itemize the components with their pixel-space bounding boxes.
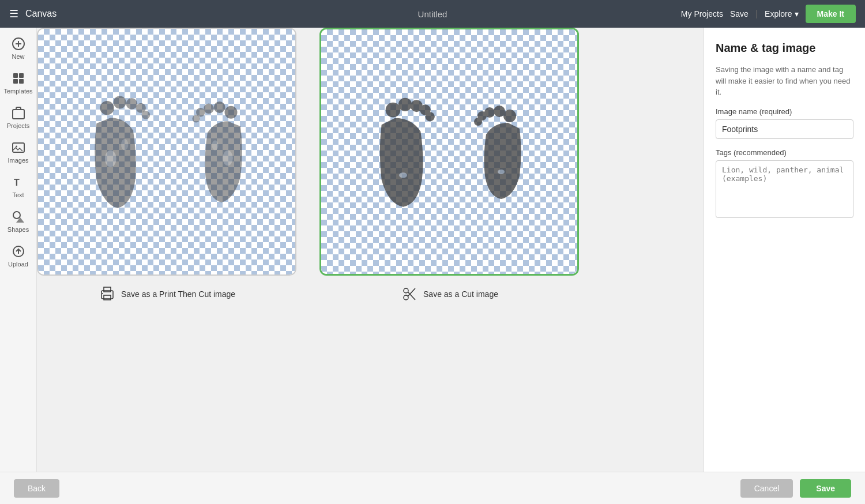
- sidebar-item-new-label: New: [12, 53, 24, 60]
- svg-text:T: T: [14, 178, 20, 187]
- document-title[interactable]: Untitled: [418, 9, 447, 19]
- sidebar-item-text-label: Text: [12, 191, 24, 198]
- image-name-label: Image name (required): [716, 107, 853, 116]
- upload-icon: [12, 245, 25, 258]
- cancel-button[interactable]: Cancel: [740, 479, 793, 498]
- app-header: ☰ Canvas Untitled My Projects Save | Exp…: [0, 0, 865, 28]
- sidebar-item-projects[interactable]: Projects: [0, 101, 36, 134]
- tags-input[interactable]: [716, 160, 853, 218]
- sidebar-item-new[interactable]: New: [0, 32, 36, 65]
- hamburger-menu-icon[interactable]: ☰: [9, 7, 18, 20]
- text-icon: T: [12, 175, 25, 189]
- svg-line-46: [408, 292, 416, 300]
- cut-image-option[interactable]: Save as a Cut image: [319, 28, 579, 303]
- print-icon: [98, 285, 116, 303]
- right-panel: Name & tag image Saving the image with a…: [704, 28, 865, 472]
- app-name: Canvas: [25, 9, 57, 19]
- panel-description: Saving the image with a name and tag wil…: [716, 64, 853, 98]
- cut-image-preview[interactable]: [319, 28, 579, 276]
- svg-point-33: [398, 98, 412, 111]
- header-divider: |: [755, 9, 758, 19]
- sidebar-item-upload-label: Upload: [8, 261, 28, 268]
- svg-point-20: [121, 139, 128, 151]
- sidebar-item-templates-label: Templates: [3, 88, 32, 95]
- explore-button[interactable]: Explore ▾: [765, 9, 798, 18]
- image-name-field-group: Image name (required): [716, 107, 853, 139]
- svg-point-45: [404, 295, 408, 300]
- svg-point-9: [16, 146, 17, 148]
- save-button[interactable]: Save: [730, 9, 749, 18]
- left-footprint-silhouette: [368, 91, 438, 212]
- make-it-button[interactable]: Make It: [806, 5, 856, 23]
- svg-point-26: [223, 151, 233, 166]
- svg-point-19: [105, 151, 116, 167]
- sidebar-item-text[interactable]: T Text: [0, 171, 36, 203]
- svg-rect-6: [19, 79, 24, 84]
- sidebar: New Templates Projects Ima: [0, 28, 37, 472]
- svg-point-16: [126, 98, 138, 110]
- svg-line-47: [408, 288, 416, 296]
- back-button[interactable]: Back: [14, 479, 59, 498]
- left-footprint-photo: [80, 88, 155, 215]
- sidebar-item-shapes-label: Shapes: [7, 226, 29, 233]
- sidebar-item-shapes[interactable]: Shapes: [0, 205, 36, 238]
- sidebar-item-images[interactable]: Images: [0, 136, 36, 168]
- svg-rect-3: [13, 73, 18, 78]
- chevron-down-icon: ▾: [795, 9, 799, 18]
- svg-point-11: [13, 212, 20, 219]
- images-icon: [12, 141, 25, 155]
- print-then-cut-preview[interactable]: [37, 28, 296, 276]
- svg-rect-7: [13, 110, 24, 119]
- svg-point-21: [225, 106, 238, 119]
- svg-point-27: [212, 140, 219, 151]
- print-then-cut-option[interactable]: Save as a Print Then Cut image: [37, 28, 296, 303]
- sidebar-item-templates[interactable]: Templates: [0, 67, 36, 99]
- scissors-icon: [400, 285, 419, 303]
- image-options-row: Save as a Print Then Cut image: [37, 28, 579, 472]
- svg-point-37: [399, 172, 407, 178]
- print-then-cut-label[interactable]: Save as a Print Then Cut image: [98, 285, 235, 303]
- shapes-icon: [12, 210, 25, 224]
- my-projects-button[interactable]: My Projects: [681, 9, 723, 18]
- save-final-button[interactable]: Save: [800, 479, 851, 498]
- print-then-cut-text: Save as a Print Then Cut image: [121, 289, 235, 299]
- right-footprint-silhouette: [472, 97, 530, 206]
- sidebar-item-upload[interactable]: Upload: [0, 240, 36, 272]
- svg-point-44: [404, 288, 408, 293]
- sidebar-item-images-label: Images: [7, 157, 28, 164]
- svg-point-42: [474, 118, 482, 126]
- svg-point-36: [426, 112, 435, 121]
- svg-point-32: [386, 103, 401, 118]
- tags-label: Tags (recommended): [716, 148, 853, 157]
- svg-rect-29: [104, 287, 111, 292]
- template-icon: [12, 72, 25, 85]
- svg-point-25: [192, 115, 200, 122]
- sidebar-item-projects-label: Projects: [7, 122, 30, 129]
- cut-image-label[interactable]: Save as a Cut image: [400, 285, 498, 303]
- svg-rect-4: [19, 73, 24, 78]
- svg-point-39: [494, 106, 505, 117]
- cut-image-text: Save as a Cut image: [423, 289, 498, 299]
- canvas-area: Save as a Print Then Cut image: [37, 28, 704, 472]
- plus-icon: [12, 37, 25, 51]
- svg-point-23: [204, 103, 214, 114]
- svg-point-18: [142, 111, 151, 119]
- svg-point-15: [114, 96, 126, 108]
- bottom-bar: Back Cancel Save: [0, 472, 865, 504]
- svg-point-22: [214, 101, 225, 113]
- svg-point-38: [503, 110, 516, 122]
- svg-point-14: [100, 101, 114, 115]
- image-name-input[interactable]: [716, 119, 853, 139]
- svg-rect-5: [13, 79, 18, 84]
- right-footprint-photo: [190, 94, 253, 209]
- svg-point-43: [498, 170, 505, 174]
- projects-icon: [12, 106, 25, 120]
- panel-title: Name & tag image: [716, 42, 853, 55]
- svg-point-31: [102, 293, 103, 294]
- svg-rect-30: [104, 295, 111, 300]
- tags-field-group: Tags (recommended): [716, 148, 853, 220]
